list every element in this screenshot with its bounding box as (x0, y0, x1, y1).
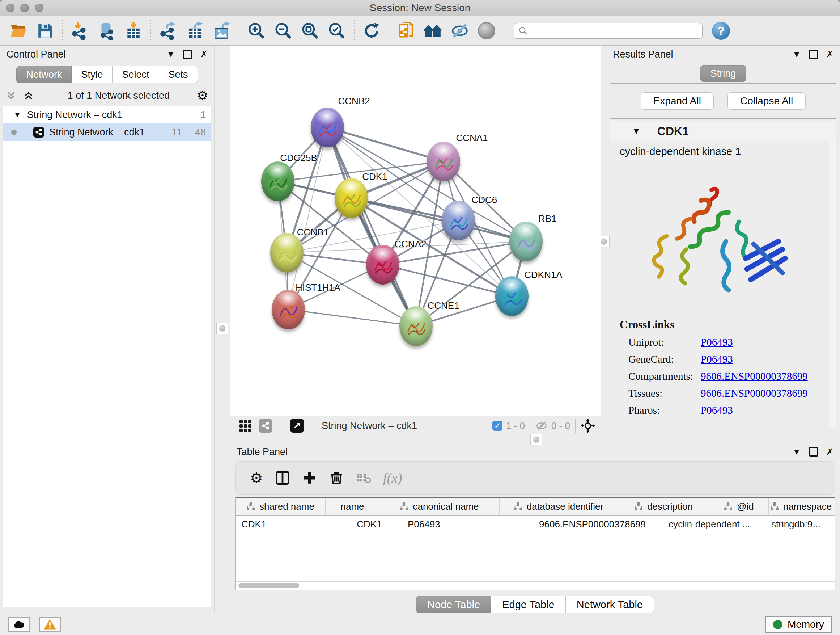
column-header[interactable]: description (618, 498, 709, 515)
network-collection-row[interactable]: ▼ String Network – cdk1 1 (3, 106, 211, 124)
float-panel-icon[interactable]: ▼ (166, 50, 175, 59)
column-header[interactable]: shared name (235, 498, 325, 515)
network-options-gear-icon[interactable]: ⚙ (197, 89, 208, 102)
expand-all-button[interactable]: Expand All (641, 92, 714, 110)
network-edge[interactable] (288, 310, 416, 326)
clone-network-button[interactable] (395, 19, 417, 42)
open-session-button[interactable] (7, 19, 30, 42)
search-input[interactable] (528, 25, 698, 37)
network-row[interactable]: String Network – cdk1 11 48 (3, 124, 211, 141)
tab-string[interactable]: String (700, 65, 747, 82)
tab-style[interactable]: Style (72, 66, 112, 83)
tab-network-table[interactable]: Network Table (566, 596, 654, 613)
collapse-all-icon[interactable] (6, 90, 17, 101)
tab-sets[interactable]: Sets (159, 66, 198, 83)
pharos-link[interactable]: P06493 (701, 404, 733, 416)
network-edge[interactable] (327, 127, 416, 326)
function-builder-button[interactable]: f(x) (383, 470, 402, 486)
float-panel-icon[interactable]: ▼ (792, 448, 801, 456)
zoom-in-button[interactable] (245, 19, 268, 42)
column-header[interactable]: name (325, 498, 379, 515)
network-canvas[interactable]: CCNB2CCNA1CDC25BCDK1CDC6RB1CCNB1CCNA2CDK… (230, 46, 601, 416)
table-horizontal-scrollbar[interactable] (235, 581, 835, 590)
import-network-database-button[interactable] (95, 19, 118, 42)
close-panel-icon[interactable]: ✗ (826, 50, 834, 59)
add-column-button[interactable] (302, 470, 317, 486)
tab-node-table[interactable]: Node Table (416, 596, 491, 613)
export-image-button[interactable] (210, 19, 233, 42)
hide-graphics-details-button[interactable] (448, 19, 471, 42)
network-node-ccnb1[interactable] (270, 233, 303, 272)
warnings-button[interactable] (39, 617, 61, 632)
uniprot-link[interactable]: P06493 (701, 336, 733, 348)
network-node-rb1[interactable] (509, 222, 543, 261)
network-node-cdk1[interactable] (335, 178, 368, 218)
maximize-panel-icon[interactable] (809, 447, 818, 456)
memory-button[interactable]: Memory (765, 616, 832, 633)
genecard-link[interactable]: P06493 (701, 353, 733, 365)
close-panel-icon[interactable]: ✗ (201, 50, 208, 59)
tab-edge-table[interactable]: Edge Table (491, 596, 566, 613)
network-edge[interactable] (327, 127, 444, 162)
refresh-network-button[interactable] (360, 19, 383, 42)
column-header[interactable]: @id (709, 498, 769, 515)
network-node-cdc25b[interactable] (261, 162, 294, 201)
table-panel: Table Panel ▼ ✗ ⚙ f(x) shared name (230, 443, 840, 613)
protein-thumbnail-icon (371, 253, 395, 278)
splitter-handle[interactable] (216, 323, 228, 334)
zoom-selected-button[interactable] (325, 19, 348, 42)
table-splitter[interactable] (230, 436, 601, 443)
network-node-cdkn1a[interactable] (495, 276, 529, 316)
network-node-hist1h1a[interactable] (272, 290, 305, 329)
zoom-out-button[interactable] (272, 19, 294, 42)
network-edge[interactable] (351, 198, 526, 241)
show-columns-button[interactable] (275, 470, 291, 486)
selected-checkbox-icon[interactable]: ✓ (493, 421, 502, 431)
tissues-link[interactable]: 9606.ENSP00000378699 (701, 387, 808, 399)
zoom-fit-button[interactable] (299, 19, 321, 42)
splitter-handle[interactable] (531, 434, 542, 445)
compartments-link[interactable]: 9606.ENSP00000378699 (701, 371, 808, 382)
left-splitter[interactable] (214, 46, 230, 613)
detach-view-icon[interactable]: ↗ (290, 419, 304, 432)
results-scrollbar[interactable] (830, 141, 836, 427)
export-network-button[interactable] (157, 19, 180, 42)
table-row[interactable]: CDK1 CDK1 P06493 9606.ENSP00000378699 cy… (235, 516, 835, 533)
collapse-all-button[interactable]: Collapse All (728, 92, 806, 110)
export-table-button[interactable] (184, 19, 206, 42)
close-panel-icon[interactable]: ✗ (826, 448, 834, 456)
splitter-handle[interactable] (598, 236, 609, 247)
birdseye-crosshair-icon[interactable] (581, 418, 595, 433)
crosslink-row: Pharos:P06493 (620, 404, 821, 416)
scrollbar-thumb[interactable] (238, 583, 299, 588)
delete-column-button[interactable] (329, 470, 344, 486)
tab-network[interactable]: Network (16, 66, 72, 83)
collection-expander-icon[interactable]: ▼ (13, 110, 21, 119)
network-overview-button[interactable] (422, 19, 444, 42)
maximize-panel-icon[interactable] (183, 50, 193, 59)
network-node-ccne1[interactable] (399, 306, 433, 346)
network-share-icon[interactable] (259, 419, 272, 432)
tab-select[interactable]: Select (112, 66, 159, 83)
column-header[interactable]: database identifier (500, 498, 618, 515)
delete-table-button[interactable] (355, 470, 371, 486)
float-panel-icon[interactable]: ▼ (792, 50, 801, 59)
grid-view-icon[interactable] (240, 420, 251, 432)
network-node-ccna2[interactable] (366, 245, 399, 285)
show-graphics-details-button[interactable] (475, 19, 498, 42)
expand-all-icon[interactable] (23, 90, 34, 101)
table-options-button[interactable]: ⚙ (250, 470, 263, 486)
results-splitter[interactable] (601, 46, 606, 443)
maximize-panel-icon[interactable] (809, 50, 818, 59)
import-network-file-button[interactable] (69, 19, 91, 42)
save-session-button[interactable] (34, 19, 57, 42)
cloud-status-button[interactable] (8, 617, 30, 632)
network-node-ccnb2[interactable] (311, 108, 344, 147)
help-button[interactable]: ? (712, 22, 730, 40)
column-header[interactable]: canonical name (379, 498, 500, 515)
import-table-button[interactable] (122, 19, 145, 42)
gene-expander-icon[interactable]: ▼ (632, 126, 641, 136)
column-header[interactable]: namespace (769, 498, 833, 515)
network-node-ccna1[interactable] (427, 141, 460, 181)
gene-entry-header[interactable]: ▼ CDK1 (610, 121, 836, 141)
